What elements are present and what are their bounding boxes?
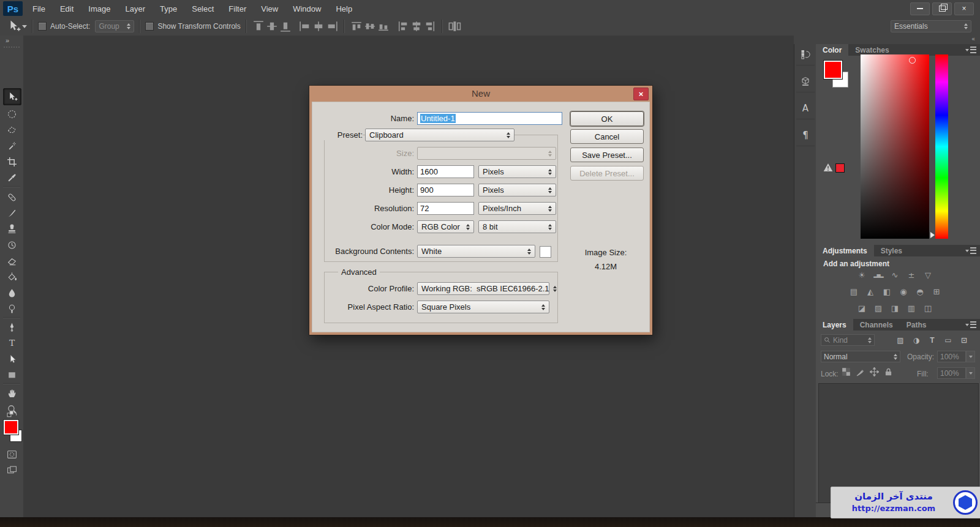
dock-collapse-chevron-icon[interactable]: «	[971, 36, 975, 42]
toolbar-collapse-chevron-icon[interactable]: »	[6, 37, 8, 44]
3d-panel-icon[interactable]	[796, 71, 815, 92]
distribute-horizontal-centers-icon[interactable]	[410, 20, 423, 33]
color-balance-icon[interactable]: ◭	[864, 286, 876, 297]
color-lookup-icon[interactable]: ⊞	[930, 286, 943, 297]
height-input[interactable]: 900	[417, 184, 474, 196]
preset-dropdown[interactable]: Clipboard	[365, 129, 514, 141]
distribute-top-edges-icon[interactable]	[350, 20, 363, 33]
screen-mode-icon[interactable]	[4, 463, 19, 477]
height-unit-dropdown[interactable]: Pixels	[478, 184, 556, 196]
layers-panel-menu-icon[interactable]	[965, 321, 976, 328]
blur-smudge-tool[interactable]	[4, 285, 19, 300]
tab-styles[interactable]: Styles	[874, 245, 909, 256]
paint-bucket-tool[interactable]	[4, 269, 19, 284]
lock-all-icon[interactable]	[884, 367, 893, 379]
pen-tool[interactable]	[4, 320, 19, 334]
gradient-map-icon[interactable]: ▥	[905, 303, 918, 313]
swap-colors-icon[interactable]	[4, 409, 19, 419]
layer-filter-kind-dropdown[interactable]: Kind	[821, 334, 875, 346]
align-top-edges-icon[interactable]	[252, 20, 265, 33]
selective-color-icon[interactable]: ◫	[922, 303, 934, 313]
eraser-tool[interactable]	[4, 253, 19, 268]
color-panel-menu-icon[interactable]	[965, 47, 976, 53]
opacity-dropdown-button[interactable]	[966, 351, 975, 362]
curves-icon[interactable]: ∿	[889, 270, 901, 280]
filter-pixel-layers-icon[interactable]: ▨	[894, 334, 907, 346]
brightness-contrast-icon[interactable]: ☀	[856, 270, 868, 280]
resolution-input[interactable]: 72	[417, 202, 474, 215]
menu-item-window[interactable]: Window	[285, 0, 328, 17]
color-profile-dropdown[interactable]: Working RGB: sRGB IEC61966-2.1	[417, 282, 549, 295]
name-input[interactable]: Untitled-1	[417, 112, 562, 125]
width-unit-dropdown[interactable]: Pixels	[478, 165, 556, 178]
threshold-icon[interactable]: ◨	[889, 303, 901, 313]
auto-align-layers-icon[interactable]	[448, 20, 461, 33]
history-brush-tool[interactable]	[4, 237, 19, 252]
align-right-edges-icon[interactable]	[325, 20, 339, 33]
filter-shape-layers-icon[interactable]: ▭	[942, 334, 954, 346]
menu-item-filter[interactable]: Filter	[221, 0, 254, 17]
tab-channels[interactable]: Channels	[853, 319, 900, 331]
align-left-edges-icon[interactable]	[298, 20, 312, 33]
gamut-warning-icon[interactable]	[823, 163, 833, 174]
align-vertical-centers-icon[interactable]	[265, 20, 279, 33]
background-color-chip[interactable]	[540, 246, 551, 258]
minimize-button[interactable]	[910, 2, 930, 15]
black-white-icon[interactable]: ◧	[881, 286, 893, 297]
fill-value[interactable]: 100%	[937, 367, 966, 379]
filter-adjustment-layers-icon[interactable]: ◑	[910, 334, 922, 346]
crop-tool[interactable]	[4, 154, 19, 169]
rectangle-shape-tool[interactable]	[4, 367, 19, 382]
align-horizontal-centers-icon[interactable]	[312, 20, 325, 33]
spot-healing-brush-tool[interactable]	[4, 190, 19, 204]
foreground-color-swatch[interactable]	[4, 420, 18, 435]
opacity-value[interactable]: 100%	[937, 351, 966, 362]
path-selection-tool[interactable]	[4, 351, 19, 366]
menu-item-image[interactable]: Image	[81, 0, 118, 17]
brush-tool[interactable]	[4, 206, 19, 220]
adjustments-panel-menu-icon[interactable]	[965, 247, 976, 254]
invert-icon[interactable]: ◪	[856, 303, 868, 313]
tab-adjustments[interactable]: Adjustments	[816, 245, 874, 256]
save-preset-button[interactable]: Save Preset...	[570, 148, 644, 162]
ok-button[interactable]: OK	[570, 111, 644, 126]
distribute-vertical-centers-icon[interactable]	[363, 20, 377, 33]
dialog-close-button[interactable]: ×	[633, 88, 649, 100]
tab-paths[interactable]: Paths	[900, 319, 933, 331]
tab-layers[interactable]: Layers	[816, 319, 853, 331]
color-saturation-field[interactable]	[861, 54, 929, 239]
menu-item-view[interactable]: View	[254, 0, 285, 17]
advanced-legend[interactable]: Advanced	[338, 267, 380, 277]
clone-stamp-tool[interactable]	[4, 222, 19, 236]
workspace-switcher-dropdown[interactable]: Essentials	[891, 20, 971, 32]
fill-dropdown-button[interactable]	[966, 367, 975, 379]
type-tool[interactable]: T	[4, 335, 19, 350]
menu-item-type[interactable]: Type	[153, 0, 184, 17]
cancel-button[interactable]: Cancel	[570, 129, 644, 144]
magic-wand-tool[interactable]	[4, 138, 19, 153]
levels-icon[interactable]: ▂▅▂	[872, 270, 884, 280]
lock-image-icon[interactable]	[856, 367, 865, 379]
paragraph-panel-icon[interactable]: ¶	[796, 125, 815, 146]
show-transform-checkbox[interactable]	[145, 22, 154, 31]
quick-mask-icon[interactable]	[4, 447, 19, 462]
toolbar-grip[interactable]	[4, 47, 20, 48]
hue-slider[interactable]	[935, 54, 948, 239]
photo-filter-icon[interactable]: ◉	[897, 286, 910, 297]
elliptical-marquee-tool[interactable]	[4, 107, 19, 121]
align-bottom-edges-icon[interactable]	[279, 20, 292, 33]
auto-select-checkbox[interactable]	[38, 22, 47, 31]
menu-item-select[interactable]: Select	[184, 0, 221, 17]
polygonal-lasso-tool[interactable]	[4, 122, 19, 137]
blend-mode-dropdown[interactable]: Normal	[821, 351, 900, 362]
channel-mixer-icon[interactable]: ◓	[914, 286, 926, 297]
distribute-left-edges-icon[interactable]	[396, 20, 410, 33]
exposure-icon[interactable]: ±	[905, 270, 918, 280]
tab-color[interactable]: Color	[816, 44, 848, 56]
eyedropper-tool[interactable]	[4, 170, 19, 185]
history-panel-icon[interactable]	[796, 44, 815, 65]
menu-item-edit[interactable]: Edit	[53, 0, 81, 17]
distribute-right-edges-icon[interactable]	[423, 20, 437, 33]
close-window-button[interactable]: ×	[954, 2, 974, 15]
move-tool-preset-icon[interactable]	[7, 20, 21, 33]
